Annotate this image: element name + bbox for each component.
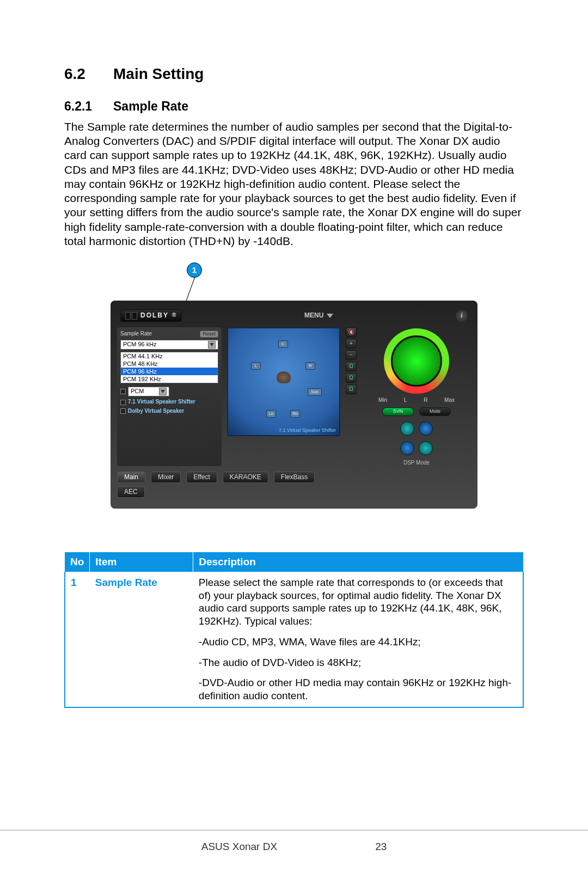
subsection-number: 6.2.1 (64, 99, 113, 114)
max-label: Max (444, 397, 455, 404)
dolby-text: DOLBY (140, 311, 169, 320)
vss-checkbox[interactable] (120, 400, 126, 405)
listener-head-icon (277, 371, 291, 383)
pcm-value: PCM (131, 388, 144, 395)
tab-mixer[interactable]: Mixer (151, 472, 181, 483)
pcm-dropdown[interactable]: PCM (128, 387, 169, 396)
speaker-r[interactable]: R (305, 362, 315, 370)
r-label: R (424, 397, 427, 404)
tab-karaoke[interactable]: KARAOKE (223, 472, 268, 483)
l-label: L (404, 397, 407, 404)
option-48[interactable]: PCM 48 KHz (121, 360, 218, 368)
cell-no: 1 (65, 572, 90, 707)
dolby-logo: DOLBY ® (120, 309, 182, 322)
tab-main[interactable]: Main (117, 472, 145, 483)
dsp-mode-4[interactable] (419, 441, 433, 455)
minus-button[interactable]: − (346, 350, 357, 360)
desc-p1: Please select the sample rate that corre… (199, 576, 517, 628)
option-44[interactable]: PCM 44.1 KHz (121, 352, 218, 360)
speaker-c[interactable]: C (278, 340, 288, 348)
footer-page: 23 (375, 840, 387, 853)
headphone-icon[interactable]: Ω (346, 384, 357, 394)
cell-item: Sample Rate (90, 572, 193, 707)
sample-rate-dropdown[interactable]: PCM 96 kHz (120, 340, 218, 350)
option-192[interactable]: PCM 192 KHz (121, 375, 218, 383)
dvs-label: Dolby Virtual Speaker (128, 408, 184, 415)
min-label: Min (378, 397, 387, 404)
tab-aec[interactable]: AEC (117, 486, 145, 498)
subsection-title: Sample Rate (113, 99, 188, 113)
page-footer: ASUS Xonar DX 23 (0, 830, 588, 853)
info-icon[interactable]: i (456, 310, 468, 322)
description-table: No Item Description 1 Sample Rate Please… (64, 552, 524, 708)
col-item: Item (90, 552, 193, 572)
speaker-lb[interactable]: Lb (266, 410, 276, 418)
headphone-icon[interactable]: Ω (346, 373, 357, 383)
svn-button[interactable]: SVN (382, 407, 414, 416)
desc-p3: -The audio of DVD-Video is 48KHz; (199, 656, 517, 669)
desc-p2: -Audio CD, MP3, WMA, Wave files are 44.1… (199, 636, 517, 649)
display-caption: 7.1 Virtual Speaker Shifter (279, 427, 336, 433)
side-buttons: 🔇 + − Ω Ω Ω (346, 327, 357, 466)
section-number: 6.2 (64, 64, 113, 83)
dsp-mode-2[interactable] (419, 421, 433, 436)
volume-panel: Min L R Max SVN Mute DSP Mode (362, 327, 471, 466)
speaker-rb[interactable]: Rb (290, 410, 300, 418)
menu-label: MENU (304, 311, 323, 320)
plus-button[interactable]: + (346, 339, 357, 349)
cell-desc: Please select the sample rate that corre… (193, 572, 523, 707)
volume-knob[interactable] (384, 328, 449, 394)
callout-container: 1 (64, 262, 524, 301)
tab-flexbass[interactable]: FlexBass (274, 472, 315, 483)
sample-rate-selected: PCM 96 kHz (123, 341, 157, 349)
speaker-display: C L R Sub Lb Rb 7.1 Virtual Speaker Shif… (227, 327, 340, 436)
section-heading: 6.2Main Setting (64, 64, 524, 83)
reset-button[interactable]: Reset (200, 331, 218, 338)
vss-label: 7.1 Virtual Speaker Shifter (128, 399, 195, 406)
headphone-icon[interactable]: Ω (346, 362, 357, 371)
dropdown-arrow-icon (159, 388, 167, 395)
registered-mark: ® (172, 312, 177, 319)
dsp-mode-1[interactable] (400, 421, 414, 436)
pcm-checkbox[interactable] (120, 389, 126, 394)
sample-rate-options: PCM 44.1 KHz PCM 48 KHz PCM 96 kHz PCM 1… (120, 352, 218, 383)
col-desc: Description (193, 552, 523, 572)
dsp-mode-3[interactable] (400, 441, 414, 455)
mute-button[interactable]: Mute (419, 407, 451, 416)
tab-effect[interactable]: Effect (186, 472, 217, 483)
dsp-label: DSP Mode (403, 460, 430, 467)
callout-badge-1: 1 (187, 262, 202, 278)
dvs-checkbox[interactable] (120, 408, 126, 414)
option-96[interactable]: PCM 96 kHz (121, 368, 218, 375)
subsection-heading: 6.2.1Sample Rate (64, 99, 524, 114)
chevron-down-icon (327, 314, 333, 318)
speaker-sub[interactable]: Sub (308, 388, 322, 396)
speaker-l[interactable]: L (251, 362, 261, 370)
sample-rate-panel: Sample Rate Reset PCM 96 kHz PCM 44.1 KH… (117, 327, 222, 466)
desc-p4: -DVD-Audio or other HD media may contain… (199, 676, 517, 702)
dolby-d-icon (125, 312, 137, 320)
dropdown-arrow-icon (208, 341, 216, 349)
app-screenshot: DOLBY ® MENU i Sample Rate Reset PCM 96 … (111, 301, 477, 509)
footer-product: ASUS Xonar DX (201, 840, 277, 853)
col-no: No (65, 552, 90, 572)
body-paragraph: The Sample rate determines the number of… (64, 120, 524, 248)
tab-bar: Main Mixer Effect KARAOKE FlexBass (117, 472, 471, 483)
sample-rate-label: Sample Rate (120, 331, 152, 338)
menu-button[interactable]: MENU (304, 311, 333, 320)
section-title: Main Setting (113, 65, 204, 82)
mute-speaker-icon[interactable]: 🔇 (346, 327, 357, 337)
